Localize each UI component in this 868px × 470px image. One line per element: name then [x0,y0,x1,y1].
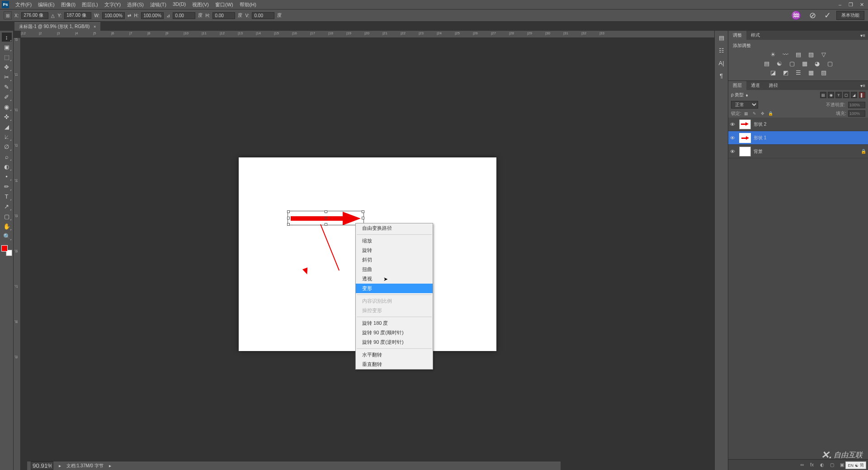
context-menu-item[interactable]: 旋转 90 度(逆时针) [356,337,433,347]
lock-icon[interactable]: ✥ [760,110,766,117]
handle-top-left[interactable] [287,210,290,213]
menu-item[interactable]: 滤镜(T) [147,0,169,9]
layer-footer-icon[interactable]: fx [808,461,816,469]
adjust-icon[interactable]: ▽ [819,51,828,58]
link-icon[interactable]: ⇄ [127,13,131,18]
tool[interactable]: ✥ [2,62,12,71]
menu-item[interactable]: 编辑(E) [35,0,57,9]
adjust-icon[interactable]: ▢ [826,60,835,67]
angle-input[interactable] [173,12,195,19]
visibility-icon[interactable]: 👁 [730,122,736,127]
visibility-icon[interactable]: 👁 [730,135,736,141]
maximize-button[interactable]: ❐ [846,1,855,8]
adjust-icon[interactable]: ▦ [800,60,809,67]
tool[interactable]: ▢ [2,212,12,221]
visibility-icon[interactable]: 👁 [730,149,736,154]
shape-arrow[interactable] [288,212,363,224]
context-menu-item[interactable]: 斜切 [356,255,433,265]
menu-item[interactable]: 选择(S) [124,0,146,9]
layer-filter-icon[interactable]: ◉ [828,92,834,98]
adjust-icon[interactable]: 〰 [781,51,790,58]
adjust-icon[interactable]: ☯ [775,60,784,67]
context-menu-item[interactable]: 缩放 [356,236,433,246]
layer-footer-icon[interactable]: ◐ [818,461,826,469]
minimize-button[interactable]: – [835,1,844,8]
adjust-icon[interactable]: ▢ [788,60,797,67]
adjust-icon[interactable]: ◩ [781,69,790,76]
layer-filter-icon[interactable]: ▢ [843,92,849,98]
adjust-icon[interactable]: ▨ [807,51,816,58]
layer-item[interactable]: 👁形状 2 [728,118,868,131]
context-menu-item[interactable]: 变形 [356,284,433,293]
adjust-icon[interactable]: ◪ [769,69,778,76]
canvas-wrap[interactable]: 自由变换路径缩放旋转斜切扭曲透视变形内容识别比例操控变形旋转 180 度旋转 9… [21,38,714,470]
tool[interactable]: ⟀ [2,132,12,141]
panel-menu-icon[interactable]: ▾≡ [858,33,868,38]
layer-filter-icon[interactable]: T [835,92,842,98]
menu-item[interactable]: 文件(F) [13,0,34,9]
lock-icon[interactable]: 🔒 [768,110,774,117]
workspace-button[interactable]: 基本功能 [836,11,864,20]
adjust-icon[interactable]: ◕ [813,60,822,67]
tool[interactable]: ◐ [2,162,12,171]
canvas[interactable]: 自由变换路径缩放旋转斜切扭曲透视变形内容识别比例操控变形旋转 180 度旋转 9… [239,157,496,351]
filter-toggle[interactable]: ▌ [859,92,865,98]
tool[interactable]: ↕ [2,33,12,42]
tool[interactable]: ⌕ [2,152,12,161]
mini-icon[interactable]: ¶ [717,71,726,80]
tool[interactable]: ✜ [2,112,12,121]
tab-adjust[interactable]: 调整 [728,31,746,40]
layer-item[interactable]: 👁形状 1 [728,131,868,145]
y-input[interactable] [64,12,91,19]
tool[interactable]: ✏ [2,182,12,191]
mini-icon[interactable]: ☷ [717,46,726,54]
menu-item[interactable]: 窗口(W) [212,0,236,9]
handle-bottom-left[interactable] [287,223,290,226]
tool[interactable]: ▣ [2,43,12,52]
zoom-input[interactable] [31,461,53,470]
tool[interactable]: ∅ [2,142,12,151]
adjust-icon[interactable]: ☰ [794,69,803,76]
context-menu-item[interactable]: 旋转 180 度 [356,318,433,328]
close-button[interactable]: ✕ [857,1,866,8]
mini-icon[interactable]: ▤ [717,33,726,42]
menu-item[interactable]: 图层(L) [79,0,100,9]
tool[interactable]: T [2,192,12,201]
adjust-icon[interactable]: ▦ [807,69,816,76]
hskew-input[interactable] [212,12,235,19]
tab-layers[interactable]: 图层 [728,81,746,90]
lock-icon[interactable]: ✎ [751,110,758,117]
fill-input[interactable] [848,110,865,117]
tool[interactable]: ✂ [2,72,12,81]
height-input[interactable] [141,12,164,19]
layer-filter-icon[interactable]: ▤ [820,92,826,98]
adjust-icon[interactable]: ▤ [794,51,803,58]
layer-filter-icon[interactable]: ◢ [851,92,857,98]
x-input[interactable] [21,12,48,19]
tab-styles[interactable]: 样式 [746,31,764,40]
adjust-icon[interactable]: ▤ [762,60,771,67]
foreground-color[interactable] [1,245,8,252]
opacity-input[interactable] [848,102,865,108]
layer-item[interactable]: 👁背景🔒 [728,145,868,158]
width-input[interactable] [102,12,125,19]
menu-item[interactable]: 3D(D) [170,0,189,9]
cancel-transform-icon[interactable]: ⊘ [807,10,819,20]
color-swatches[interactable] [1,245,12,256]
context-menu-item[interactable]: 水平翻转 [356,350,433,360]
warp-mode-icon[interactable]: ♒ [788,10,804,20]
blend-mode-select[interactable]: 正常 [731,101,758,109]
lock-icon[interactable]: ▦ [743,110,750,117]
context-menu-item[interactable]: 垂直翻转 [356,360,433,369]
document-tab[interactable]: 未标题-1 @ 90.9% (形状 1, RGB/8) × [14,22,100,31]
confirm-transform-icon[interactable]: ✓ [821,10,834,20]
menu-item[interactable]: 帮助(H) [237,0,259,9]
vskew-input[interactable] [252,12,274,19]
tool[interactable]: ✎ [2,82,12,91]
tool[interactable]: ⬚ [2,52,12,62]
mini-icon[interactable]: A| [717,59,726,67]
adjust-icon[interactable]: ☀ [769,51,778,58]
layer-footer-icon[interactable]: ▣ [838,461,845,469]
menu-item[interactable]: 图像(I) [58,0,78,9]
tool[interactable]: ↗ [2,202,12,211]
